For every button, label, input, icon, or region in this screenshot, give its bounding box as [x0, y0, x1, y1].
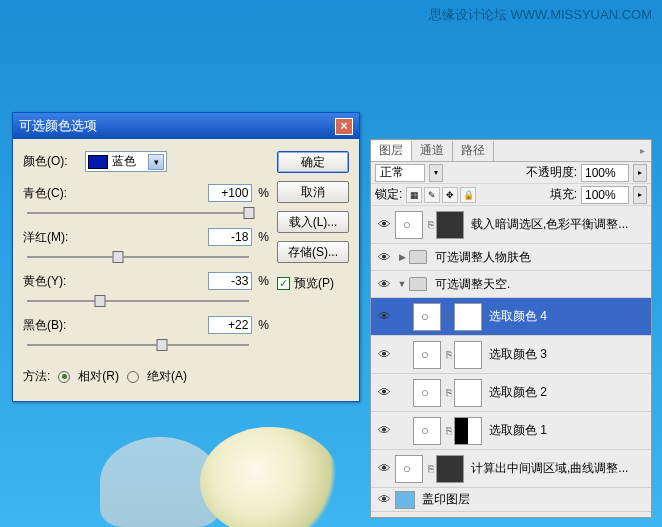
layer-row[interactable]: 👁 盖印图层 [371, 488, 651, 512]
tab-paths[interactable]: 路径 [453, 141, 494, 161]
save-button[interactable]: 存储(S)... [277, 241, 349, 263]
radio-relative[interactable] [58, 371, 70, 383]
pct: % [258, 318, 269, 332]
chevron-right-icon[interactable]: ▸ [633, 164, 647, 182]
tab-channels[interactable]: 通道 [412, 141, 453, 161]
layer-name: 选取颜色 2 [489, 384, 547, 401]
adjustment-thumb-icon [413, 341, 441, 369]
lock-transparency-icon[interactable]: ▦ [406, 187, 422, 203]
folder-icon [409, 277, 427, 291]
blend-mode-select[interactable]: 正常 [375, 164, 425, 182]
layer-row[interactable]: 👁 ⎘ 选取颜色 3 [371, 336, 651, 374]
fill-input[interactable]: 100% [581, 186, 629, 204]
mask-thumb-icon [436, 211, 464, 239]
panel-menu-icon[interactable]: ▸ [640, 145, 645, 156]
yellow-input[interactable] [208, 272, 252, 290]
layer-name: 选取颜色 4 [489, 308, 547, 325]
mask-thumb-icon [454, 379, 482, 407]
chevron-down-icon[interactable]: ▼ [395, 279, 409, 289]
eye-icon[interactable]: 👁 [373, 347, 395, 362]
layer-group[interactable]: 👁 ▶ 可选调整人物肤色 [371, 244, 651, 271]
folder-icon [409, 250, 427, 264]
mask-thumb-icon [454, 341, 482, 369]
dialog-titlebar[interactable]: 可选颜色选项 × [13, 113, 359, 139]
adjustment-thumb-icon [413, 417, 441, 445]
lock-paint-icon[interactable]: ✎ [424, 187, 440, 203]
eye-icon[interactable]: 👁 [373, 277, 395, 292]
load-button[interactable]: 载入(L)... [277, 211, 349, 233]
adjustment-thumb-icon [395, 455, 423, 483]
magenta-slider-row: 洋红(M): % [23, 228, 269, 264]
layer-name: 选取颜色 1 [489, 422, 547, 439]
image-thumb-icon [395, 491, 415, 509]
method-label: 方法: [23, 368, 50, 385]
link-icon: ⎘ [446, 311, 452, 322]
lock-all-icon[interactable]: 🔒 [460, 187, 476, 203]
link-icon: ⎘ [446, 387, 452, 398]
eye-icon[interactable]: 👁 [373, 217, 395, 232]
dialog-title: 可选颜色选项 [19, 117, 97, 135]
layer-list: 👁 ⎘ 载入暗调选区,色彩平衡调整... 👁 ▶ 可选调整人物肤色 👁 ▼ 可选… [371, 206, 651, 512]
black-slider[interactable] [27, 338, 249, 352]
yellow-label: 黄色(Y): [23, 273, 103, 290]
eye-icon[interactable]: 👁 [373, 385, 395, 400]
eye-icon[interactable]: 👁 [373, 423, 395, 438]
color-value: 蓝色 [112, 153, 136, 170]
layer-name: 盖印图层 [422, 491, 470, 508]
watermark-text: 思缘设计论坛 WWW.MISSYUAN.COM [429, 6, 652, 24]
fill-label: 填充: [550, 186, 577, 203]
yellow-slider[interactable] [27, 294, 249, 308]
layer-row[interactable]: 👁 ⎘ 载入暗调选区,色彩平衡调整... [371, 206, 651, 244]
chevron-right-icon[interactable]: ▸ [633, 186, 647, 204]
close-icon[interactable]: × [335, 118, 353, 135]
layer-name: 可选调整人物肤色 [435, 249, 531, 266]
cyan-slider[interactable] [27, 206, 249, 220]
layer-name: 载入暗调选区,色彩平衡调整... [471, 216, 628, 233]
adjustment-thumb-icon [413, 303, 441, 331]
cancel-button[interactable]: 取消 [277, 181, 349, 203]
background-photo [40, 407, 340, 527]
eye-icon[interactable]: 👁 [373, 309, 395, 324]
cyan-input[interactable] [208, 184, 252, 202]
radio-absolute[interactable] [127, 371, 139, 383]
chevron-down-icon[interactable]: ▾ [429, 164, 443, 182]
eye-icon[interactable]: 👁 [373, 461, 395, 476]
magenta-slider[interactable] [27, 250, 249, 264]
opacity-label: 不透明度: [526, 164, 577, 181]
black-label: 黑色(B): [23, 317, 103, 334]
eye-icon[interactable]: 👁 [373, 492, 395, 507]
radio-relative-label: 相对(R) [78, 368, 119, 385]
yellow-slider-row: 黄色(Y): % [23, 272, 269, 308]
eye-icon[interactable]: 👁 [373, 250, 395, 265]
magenta-input[interactable] [208, 228, 252, 246]
chevron-right-icon[interactable]: ▶ [395, 252, 409, 262]
layer-row[interactable]: 👁 ⎘ 选取颜色 2 [371, 374, 651, 412]
color-select[interactable]: 蓝色 ▾ [85, 151, 167, 172]
link-icon: ⎘ [446, 349, 452, 360]
preview-checkbox[interactable]: ✓ [277, 277, 290, 290]
radio-absolute-label: 绝对(A) [147, 368, 187, 385]
opacity-input[interactable]: 100% [581, 164, 629, 182]
layer-row-selected[interactable]: 👁 ⎘ 选取颜色 4 [371, 298, 651, 336]
cyan-slider-row: 青色(C): % [23, 184, 269, 220]
mask-thumb-icon [454, 417, 482, 445]
layer-row[interactable]: 👁 ⎘ 选取颜色 1 [371, 412, 651, 450]
mask-thumb-icon [454, 303, 482, 331]
lock-move-icon[interactable]: ✥ [442, 187, 458, 203]
link-icon: ⎘ [446, 425, 452, 436]
adjustment-thumb-icon [395, 211, 423, 239]
chevron-down-icon[interactable]: ▾ [148, 154, 164, 170]
tab-layers[interactable]: 图层 [371, 141, 412, 161]
pct: % [258, 230, 269, 244]
black-slider-row: 黑色(B): % [23, 316, 269, 352]
layer-group[interactable]: 👁 ▼ 可选调整天空. [371, 271, 651, 298]
layer-name: 可选调整天空. [435, 276, 510, 293]
preview-label: 预览(P) [294, 275, 334, 292]
color-label: 颜色(O): [23, 153, 79, 170]
black-input[interactable] [208, 316, 252, 334]
mask-thumb-icon [436, 455, 464, 483]
ok-button[interactable]: 确定 [277, 151, 349, 173]
magenta-label: 洋红(M): [23, 229, 103, 246]
color-swatch-icon [88, 155, 108, 169]
layer-row[interactable]: 👁 ⎘ 计算出中间调区域,曲线调整... [371, 450, 651, 488]
